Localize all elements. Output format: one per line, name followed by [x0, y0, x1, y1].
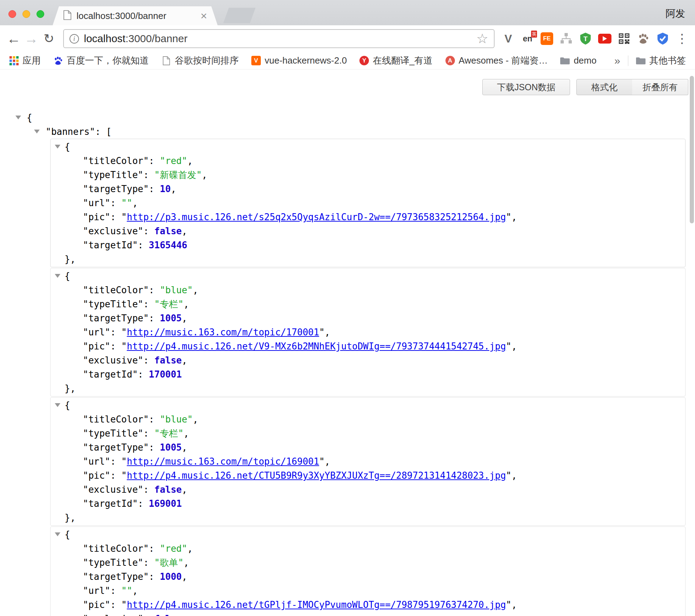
- download-json-button[interactable]: 下载JSON数据: [482, 79, 570, 95]
- json-string-value: "red": [160, 156, 187, 166]
- fehelper-extension-icon[interactable]: FE: [540, 32, 554, 45]
- bookmark-google-sort[interactable]: 谷歌按时间排序: [161, 54, 239, 67]
- json-url-link[interactable]: http://p4.music.126.net/tGPljf-IMOCyPvum…: [127, 599, 506, 610]
- tab-strip: localhost:3000/banner × 阿发: [0, 0, 695, 25]
- json-number-value: 3165446: [149, 240, 187, 250]
- json-key: "titleColor": [83, 156, 149, 166]
- browser-tab[interactable]: localhost:3000/banner ×: [53, 6, 218, 25]
- url-path: :3000/banner: [125, 33, 187, 44]
- zoom-window-button[interactable]: [37, 10, 44, 18]
- json-object-close: },: [51, 252, 685, 266]
- json-prop-typeTitle: "typeTitle": "专栏",: [51, 297, 685, 311]
- json-prop-pic: "pic": "http://p3.music.126.net/s25q2x5Q…: [51, 210, 685, 224]
- json-object-close: },: [51, 511, 685, 525]
- collapse-toggle-icon[interactable]: [34, 130, 40, 133]
- scrollbar-thumb[interactable]: [690, 76, 694, 223]
- page-icon: [63, 10, 72, 21]
- bookmarks-overflow-chevron[interactable]: »: [614, 55, 620, 67]
- minimize-window-button[interactable]: [22, 10, 30, 18]
- collapse-toggle-icon[interactable]: [55, 403, 60, 407]
- json-number-value: 10: [160, 184, 171, 194]
- url-text: localhost:3000/banner: [84, 33, 187, 45]
- json-key: "typeTitle": [83, 557, 143, 568]
- json-key: "pic": [83, 599, 110, 610]
- bookmark-apps[interactable]: 应用: [9, 54, 41, 67]
- collapse-toggle-icon[interactable]: [55, 274, 60, 278]
- json-url-link[interactable]: http://p4.music.126.net/V9-MXz6b2MNhEKju…: [127, 341, 506, 352]
- json-key: "pic": [83, 470, 110, 481]
- bookmark-demo-folder[interactable]: demo: [560, 55, 596, 66]
- bookmark-star-icon[interactable]: ☆: [476, 32, 488, 45]
- format-button[interactable]: 格式化: [576, 79, 633, 95]
- paw-extension-icon[interactable]: [637, 32, 650, 45]
- json-array-items: {"titleColor": "red","typeTitle": "新碟首发"…: [0, 139, 695, 616]
- bookmark-youdao[interactable]: Y 在线翻译_有道: [359, 54, 432, 67]
- json-string-value: "blue": [160, 414, 193, 425]
- json-prop-pic: "pic": "http://p4.music.126.net/tGPljf-I…: [51, 598, 685, 612]
- bookmark-vue-hackernews[interactable]: V vue-hackernews-2.0: [251, 55, 347, 66]
- json-key: "exclusive": [83, 226, 143, 236]
- back-button[interactable]: ←: [5, 32, 22, 46]
- json-prop-targetType: "targetType": 1005,: [51, 311, 685, 325]
- translate-extension-icon[interactable]: en英: [521, 32, 534, 45]
- json-boolean-value: false: [154, 614, 182, 616]
- collapse-toggle-icon[interactable]: [55, 145, 60, 149]
- json-number-value: 1005: [160, 313, 182, 323]
- youtube-extension-icon[interactable]: [598, 32, 611, 45]
- json-object-open: {: [51, 527, 685, 542]
- bookmark-baidu[interactable]: 百度一下，你就知道: [53, 54, 149, 67]
- json-prop-url: "url": "",: [51, 584, 685, 598]
- green-shield-extension-icon[interactable]: T: [579, 32, 592, 45]
- traffic-lights: [8, 10, 44, 18]
- bookmarks-divider: [628, 55, 628, 66]
- json-banner-object: {"titleColor": "red","typeTitle": "新碟首发"…: [50, 139, 686, 267]
- forward-button[interactable]: →: [22, 32, 40, 46]
- bookmark-label: 其他书签: [649, 54, 686, 67]
- bookmark-label: 应用: [22, 54, 41, 67]
- new-tab-button[interactable]: [223, 8, 256, 23]
- vue-icon: V: [251, 56, 261, 65]
- json-url-link[interactable]: http://p3.music.126.net/s25q2x5QyqsAzilC…: [127, 212, 506, 222]
- json-url-link[interactable]: http://p4.music.126.net/CTU5B9R9y3XyYBZX…: [127, 470, 506, 481]
- address-bar[interactable]: i localhost:3000/banner ☆: [63, 29, 495, 48]
- json-key: "url": [83, 456, 110, 467]
- json-key: "exclusive": [83, 614, 143, 616]
- blue-shield-check-extension-icon[interactable]: [656, 32, 669, 45]
- bookmark-label: 谷歌按时间排序: [175, 54, 239, 67]
- other-bookmarks-folder[interactable]: 其他书签: [636, 54, 686, 67]
- profile-name[interactable]: 阿发: [666, 7, 685, 20]
- close-window-button[interactable]: [8, 10, 16, 18]
- tab-close-icon[interactable]: ×: [200, 10, 207, 21]
- json-string-value: "red": [160, 543, 187, 554]
- json-object-open: {: [51, 140, 685, 154]
- collapse-toggle-icon[interactable]: [15, 116, 21, 119]
- json-key: "pic": [83, 341, 110, 352]
- qr-code-extension-icon[interactable]: [617, 32, 631, 45]
- json-url-link[interactable]: http://music.163.com/m/topic/170001: [127, 327, 319, 338]
- tab-title: localhost:3000/banner: [77, 11, 196, 21]
- json-viewer: { "banners": [ {"titleColor": "red","typ…: [0, 70, 695, 616]
- json-prop-typeTitle: "typeTitle": "新碟首发",: [51, 168, 685, 182]
- json-banner-object: {"titleColor": "blue","typeTitle": "专栏",…: [50, 268, 686, 397]
- browser-menu-icon[interactable]: ⋮: [675, 32, 689, 45]
- json-key: "url": [83, 198, 110, 208]
- bookmark-label: vue-hackernews-2.0: [265, 55, 347, 66]
- url-host: localhost: [84, 33, 125, 44]
- collapse-toggle-icon[interactable]: [55, 532, 60, 536]
- bookmark-label: demo: [574, 55, 596, 66]
- bookmark-awesomes[interactable]: A Awesomes - 前端资…: [445, 54, 548, 67]
- vimium-extension-icon[interactable]: V: [502, 32, 515, 45]
- collapse-all-button[interactable]: 折叠所有: [632, 79, 688, 95]
- json-prop-typeTitle: "typeTitle": "专栏",: [51, 426, 685, 440]
- json-key: "titleColor": [83, 285, 149, 295]
- baidu-paw-icon: [53, 56, 63, 65]
- json-prop-targetId: "targetId": 170001: [51, 367, 685, 381]
- reload-button[interactable]: ↻: [40, 32, 58, 45]
- json-url-link[interactable]: http://music.163.com/m/topic/169001: [127, 456, 319, 467]
- json-prop-pic: "pic": "http://p4.music.126.net/V9-MXz6b…: [51, 339, 685, 353]
- json-string-value: "专栏": [154, 299, 184, 309]
- json-key: "typeTitle": [83, 428, 143, 439]
- page-info-icon[interactable]: i: [70, 34, 79, 44]
- sitemap-extension-icon[interactable]: [560, 32, 573, 45]
- json-key: "typeTitle": [83, 299, 143, 309]
